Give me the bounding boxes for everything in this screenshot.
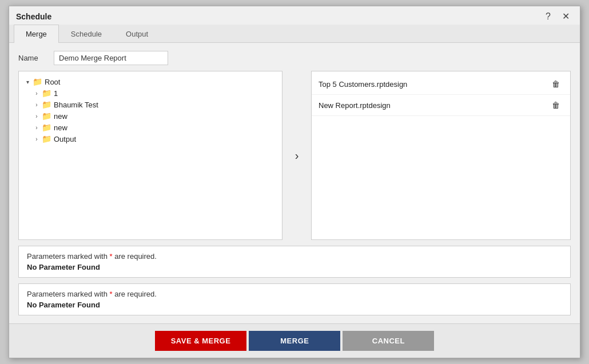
close-button[interactable]: ✕ (559, 11, 573, 22)
name-label: Name (18, 54, 47, 62)
chevron-right-icon: › (33, 113, 41, 119)
panels-row: ▾ 📁 Root › 📁 1 › 📁 Bhaumik Test (18, 71, 571, 240)
report-name-2: New Report.rptdesign (319, 101, 391, 110)
tree-item-output[interactable]: › 📁 Output (21, 133, 280, 145)
name-input[interactable] (54, 51, 168, 65)
tab-schedule[interactable]: Schedule (59, 25, 114, 43)
arrow-column: › (288, 71, 305, 240)
tree-item-root[interactable]: ▾ 📁 Root (21, 76, 280, 87)
folder-icon: 📁 (33, 77, 42, 86)
report-item-2: New Report.rptdesign 🗑 (312, 95, 570, 116)
dialog-title: Schedule (16, 12, 51, 21)
tree-label-new2: new (54, 123, 67, 132)
tree-item-new1[interactable]: › 📁 new (21, 110, 280, 122)
tab-bar: Merge Schedule Output (9, 25, 580, 43)
report-name-1: Top 5 Customers.rptdesign (319, 80, 407, 89)
delete-report-1-button[interactable]: 🗑 (548, 78, 563, 90)
tab-merge[interactable]: Merge (14, 25, 59, 43)
tree-panel: ▾ 📁 Root › 📁 1 › 📁 Bhaumik Test (18, 71, 282, 240)
delete-report-2-button[interactable]: 🗑 (548, 99, 563, 111)
chevron-right-icon: › (33, 136, 41, 142)
folder-icon: 📁 (42, 111, 51, 121)
param-hint-2: Parameters marked with * are required. (27, 290, 562, 298)
chevron-right-icon: › (33, 90, 41, 97)
param-not-found-2: No Parameter Found (27, 301, 562, 309)
folder-icon: 📁 (42, 134, 51, 143)
report-item-1: Top 5 Customers.rptdesign 🗑 (312, 74, 570, 95)
param-hint-1: Parameters marked with * are required. (27, 252, 562, 261)
title-bar: Schedule ? ✕ (9, 6, 580, 25)
name-row: Name (18, 51, 571, 65)
tree-label-new1: new (54, 112, 67, 121)
help-button[interactable]: ? (542, 11, 554, 22)
add-report-button[interactable]: › (293, 147, 301, 165)
tree-item-1[interactable]: › 📁 1 (21, 87, 280, 99)
dialog-content: Name ▾ 📁 Root › 📁 1 (9, 43, 580, 323)
save-merge-button[interactable]: SAVE & MERGE (155, 331, 247, 351)
dialog-footer: SAVE & MERGE MERGE CANCEL (9, 323, 580, 358)
tree-item-new2[interactable]: › 📁 new (21, 122, 280, 133)
tree-label-1: 1 (54, 89, 58, 98)
tree-label-output: Output (54, 135, 76, 143)
required-star-2: * (110, 290, 113, 298)
chevron-right-icon: › (33, 102, 41, 108)
cancel-button[interactable]: CANCEL (343, 331, 434, 351)
schedule-dialog: Schedule ? ✕ Merge Schedule Output Name … (9, 6, 580, 358)
param-not-found-1: No Parameter Found (27, 263, 562, 271)
title-bar-controls: ? ✕ (542, 11, 573, 22)
merge-button[interactable]: MERGE (249, 331, 340, 351)
tree-item-bhaumik[interactable]: › 📁 Bhaumik Test (21, 99, 280, 110)
folder-icon: 📁 (42, 100, 51, 109)
chevron-right-icon: › (33, 125, 41, 131)
tab-output[interactable]: Output (114, 25, 160, 43)
required-star-1: * (110, 252, 113, 261)
report-panel: Top 5 Customers.rptdesign 🗑 New Report.r… (311, 71, 571, 240)
param-section-1: Parameters marked with * are required. N… (18, 246, 571, 278)
folder-icon: 📁 (42, 89, 51, 98)
tree-label-root: Root (45, 78, 60, 86)
param-section-2: Parameters marked with * are required. N… (18, 283, 571, 315)
tree-label-bhaumik: Bhaumik Test (54, 101, 98, 109)
chevron-right-icon: › (295, 149, 299, 162)
folder-icon: 📁 (42, 123, 51, 132)
chevron-down-icon: ▾ (23, 79, 31, 85)
